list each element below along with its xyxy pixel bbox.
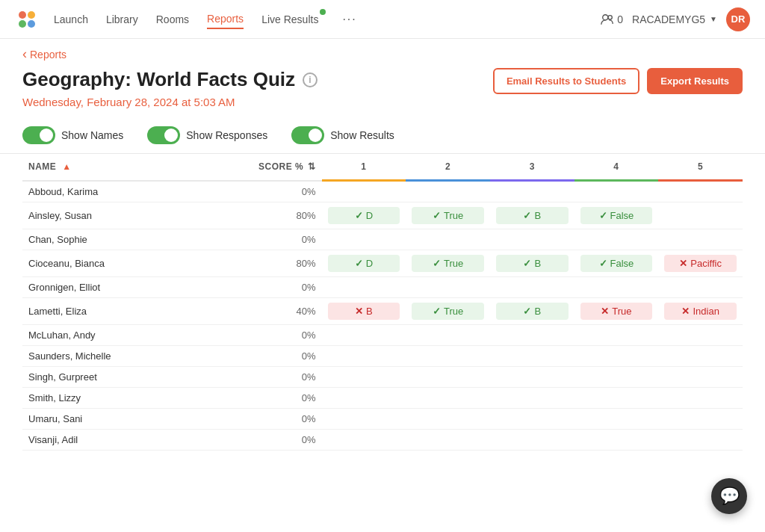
user-count-button[interactable]: 0: [601, 13, 623, 26]
student-score: 0%: [228, 366, 321, 387]
q1-answer: [322, 229, 406, 250]
col-header-q4[interactable]: 4: [574, 154, 659, 181]
nav-right: 0 RACADEMYG5 ▼ DR: [601, 7, 750, 31]
col-header-score[interactable]: SCORE % ⇅: [228, 154, 321, 181]
nav-rooms[interactable]: Rooms: [156, 10, 189, 28]
student-score: 40%: [228, 297, 321, 324]
email-results-button[interactable]: Email Results to Students: [493, 68, 639, 94]
q2-answer: True: [406, 297, 490, 324]
q3-answer: [490, 366, 574, 387]
q1-answer: [322, 366, 406, 387]
nav-live-results[interactable]: Live Results: [261, 10, 318, 28]
nav-library[interactable]: Library: [106, 10, 138, 28]
show-responses-toggle[interactable]: [147, 126, 180, 144]
col-header-q3[interactable]: 3: [490, 154, 574, 181]
q3-answer: [490, 345, 574, 366]
toggle-show-names: Show Names: [22, 126, 123, 144]
check-icon: [523, 258, 531, 269]
student-name: Ainsley, Susan: [22, 202, 228, 229]
nav-more-button[interactable]: ···: [342, 13, 356, 26]
toggle-show-responses: Show Responses: [147, 126, 267, 144]
q3-answer: B: [490, 250, 574, 276]
breadcrumb-back-button[interactable]: Reports: [22, 46, 66, 62]
q1-answer: D: [322, 202, 406, 229]
q1-answer: [322, 276, 406, 297]
student-name: Umaru, Sani: [22, 408, 228, 429]
table-row: Lametti, Eliza40%BTrueBTrueIndian: [22, 297, 743, 324]
student-name: Visanji, Adil: [22, 429, 228, 450]
top-nav: Launch Library Rooms Reports Live Result…: [0, 0, 765, 39]
page-title: Geography: World Facts Quiz: [22, 68, 295, 91]
col-header-q1[interactable]: 1: [322, 154, 406, 181]
app-logo[interactable]: [15, 7, 39, 31]
account-menu[interactable]: RACADEMYG5 ▼: [632, 13, 717, 25]
nav-reports[interactable]: Reports: [207, 10, 244, 29]
q5-answer: Paciffic: [658, 250, 743, 276]
check-icon: [355, 210, 363, 221]
q2-answer: True: [406, 250, 490, 276]
q2-answer: [406, 181, 490, 202]
student-name: Chan, Sophie: [22, 229, 228, 250]
svg-point-2: [19, 20, 26, 28]
q4-answer: False: [574, 202, 659, 229]
q2-answer: [406, 429, 490, 450]
table-row: Chan, Sophie0%: [22, 229, 743, 250]
q5-answer: [658, 181, 743, 202]
results-table-container: NAME ▲ SCORE % ⇅ 1 2 3 4 5 Abboud, Karim…: [0, 154, 765, 451]
q5-answer: [658, 324, 743, 345]
q4-answer: False: [574, 250, 659, 276]
q4-answer: [574, 387, 659, 408]
breadcrumb: Reports: [0, 39, 765, 65]
results-table: NAME ▲ SCORE % ⇅ 1 2 3 4 5 Abboud, Karim…: [22, 154, 743, 451]
show-results-toggle[interactable]: [291, 126, 324, 144]
q2-answer: [406, 408, 490, 429]
q5-answer: [658, 408, 743, 429]
check-icon: [599, 258, 607, 269]
student-name: Cioceanu, Bianca: [22, 250, 228, 276]
table-row: Umaru, Sani0%: [22, 408, 743, 429]
nav-launch[interactable]: Launch: [54, 10, 88, 28]
student-name: Lametti, Eliza: [22, 297, 228, 324]
show-names-toggle[interactable]: [22, 126, 55, 144]
q2-answer: [406, 387, 490, 408]
nav-links: Launch Library Rooms Reports Live Result…: [54, 10, 357, 29]
q5-answer: [658, 429, 743, 450]
q5-answer: [658, 276, 743, 297]
col-header-name[interactable]: NAME ▲: [22, 154, 228, 181]
sort-icon: ▲: [62, 161, 71, 172]
col-header-q5[interactable]: 5: [658, 154, 743, 181]
q5-answer: [658, 229, 743, 250]
table-row: Visanji, Adil0%: [22, 429, 743, 450]
svg-point-4: [603, 14, 608, 19]
student-name: Abboud, Karima: [22, 181, 228, 202]
q1-answer: [322, 387, 406, 408]
q4-answer: [574, 276, 659, 297]
check-icon: [433, 306, 441, 317]
q3-answer: B: [490, 297, 574, 324]
q1-answer: D: [322, 250, 406, 276]
q3-answer: B: [490, 202, 574, 229]
q4-answer: [574, 324, 659, 345]
q2-answer: [406, 366, 490, 387]
toggles-row: Show Names Show Responses Show Results: [0, 117, 765, 154]
table-row: Saunders, Michelle0%: [22, 345, 743, 366]
table-row: Gronnigen, Elliot0%: [22, 276, 743, 297]
student-score: 0%: [228, 276, 321, 297]
check-icon: [523, 306, 531, 317]
q4-answer: [574, 229, 659, 250]
cross-icon: [355, 306, 363, 317]
table-row: McLuhan, Andy0%: [22, 324, 743, 345]
cross-icon: [601, 306, 609, 317]
q3-answer: [490, 387, 574, 408]
q1-answer: [322, 408, 406, 429]
avatar[interactable]: DR: [726, 7, 750, 31]
q1-answer: [322, 181, 406, 202]
q2-answer: [406, 324, 490, 345]
export-results-button[interactable]: Export Results: [647, 68, 743, 94]
live-indicator: [320, 9, 326, 15]
page-header: Geography: World Facts Quiz i Wednesday,…: [0, 65, 765, 117]
cross-icon: [679, 258, 687, 269]
info-icon[interactable]: i: [303, 72, 318, 87]
col-header-q2[interactable]: 2: [406, 154, 490, 181]
q3-answer: [490, 429, 574, 450]
